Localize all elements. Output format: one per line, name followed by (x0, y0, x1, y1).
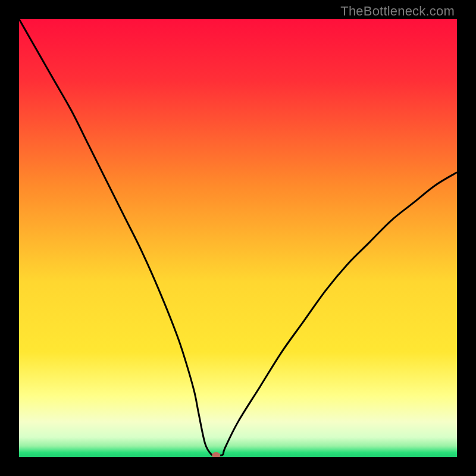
watermark-text: TheBottleneck.com (340, 4, 455, 19)
curve-layer (19, 19, 457, 457)
bottleneck-curve (19, 19, 457, 456)
plot-area (19, 19, 457, 457)
optimal-point-marker (212, 452, 220, 457)
chart-frame: TheBottleneck.com (0, 0, 476, 476)
